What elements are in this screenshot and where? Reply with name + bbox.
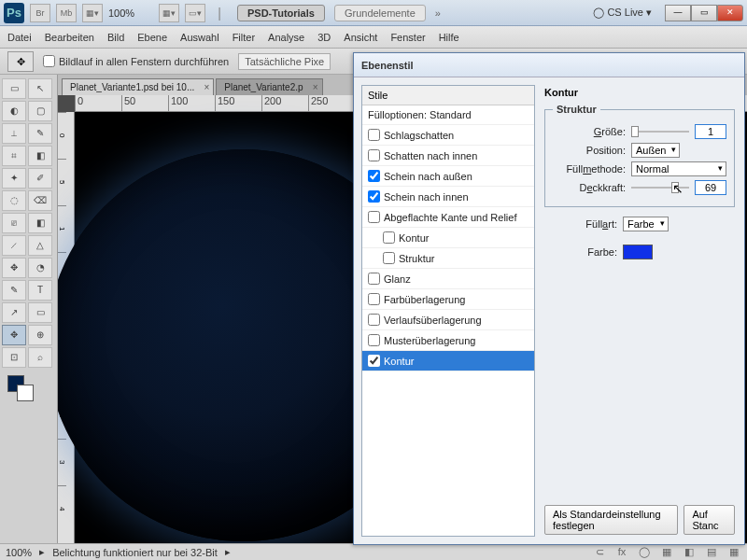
panel-icon[interactable]: ◯ bbox=[637, 546, 652, 558]
menu-analyse[interactable]: Analyse bbox=[268, 32, 304, 43]
style-checkbox[interactable] bbox=[368, 149, 380, 161]
layout-icon[interactable]: ▦▾ bbox=[82, 4, 103, 22]
status-arrow-icon[interactable]: ▸ bbox=[225, 546, 231, 558]
position-dropdown[interactable]: Außen bbox=[631, 143, 680, 158]
document-tab[interactable]: Planet_Variante2.p× bbox=[216, 78, 322, 95]
menu-3d[interactable]: 3D bbox=[317, 32, 331, 43]
workspace-psdtutorials[interactable]: PSD-Tutorials bbox=[237, 5, 325, 21]
workspace-grundelemente[interactable]: Grundelemente bbox=[334, 5, 426, 21]
tool-22[interactable]: ✥ bbox=[2, 325, 26, 345]
tool-3[interactable]: ▢ bbox=[28, 101, 52, 121]
panel-icon[interactable]: ▦ bbox=[726, 546, 741, 558]
scroll-all-windows-checkbox[interactable]: Bildlauf in allen Fenstern durchführen bbox=[43, 55, 229, 67]
tool-13[interactable]: ◧ bbox=[28, 213, 52, 233]
size-slider[interactable] bbox=[631, 124, 689, 139]
style-item[interactable]: Verlaufsüberlagerung bbox=[362, 310, 534, 330]
style-checkbox[interactable] bbox=[368, 273, 380, 285]
tool-7[interactable]: ◧ bbox=[28, 146, 52, 166]
fill-type-dropdown[interactable]: Farbe bbox=[623, 217, 669, 231]
panel-icon[interactable]: ◧ bbox=[682, 546, 697, 558]
document-tab[interactable]: Planet_Variante1.psd bei 10...× bbox=[62, 78, 214, 95]
minibridge-icon[interactable]: Mb bbox=[56, 4, 77, 22]
tool-14[interactable]: ⟋ bbox=[2, 235, 26, 256]
tool-16[interactable]: ✥ bbox=[2, 258, 26, 278]
style-list-header[interactable]: Stile bbox=[362, 86, 534, 105]
tool-1[interactable]: ↖ bbox=[28, 78, 52, 99]
menu-bearbeiten[interactable]: Bearbeiten bbox=[45, 32, 94, 43]
tool-25[interactable]: ⌕ bbox=[28, 347, 52, 368]
style-item[interactable]: Kontur bbox=[362, 228, 534, 248]
window-maximize[interactable]: ▭ bbox=[691, 5, 717, 21]
menu-bild[interactable]: Bild bbox=[107, 32, 124, 43]
menu-filter[interactable]: Filter bbox=[233, 32, 255, 43]
tool-10[interactable]: ◌ bbox=[2, 190, 26, 211]
opacity-value[interactable]: 69 bbox=[695, 180, 726, 195]
style-checkbox[interactable] bbox=[368, 170, 380, 182]
style-checkbox[interactable] bbox=[383, 252, 395, 264]
tool-15[interactable]: △ bbox=[28, 235, 52, 256]
window-close[interactable]: ✕ bbox=[717, 5, 743, 21]
tool-21[interactable]: ▭ bbox=[28, 302, 52, 323]
panel-icon[interactable]: ⊂ bbox=[592, 546, 607, 558]
blending-options-item[interactable]: Fülloptionen: Standard bbox=[362, 105, 534, 125]
screen-mode-icon[interactable]: ▭▾ bbox=[185, 4, 205, 22]
tool-20[interactable]: ↗ bbox=[2, 302, 26, 323]
style-checkbox[interactable] bbox=[383, 231, 395, 244]
bridge-icon[interactable]: Br bbox=[30, 4, 50, 22]
panel-icon[interactable]: fx bbox=[614, 546, 629, 558]
set-default-button[interactable]: Als Standardeinstellung festlegen bbox=[544, 505, 678, 535]
tool-18[interactable]: ✎ bbox=[2, 280, 26, 301]
tool-0[interactable]: ▭ bbox=[2, 78, 26, 99]
style-item[interactable]: Musterüberlagerung bbox=[362, 330, 534, 351]
tool-12[interactable]: ⎚ bbox=[2, 213, 26, 233]
fill-method-dropdown[interactable]: Normal bbox=[631, 161, 726, 176]
background-color[interactable] bbox=[17, 385, 34, 401]
opacity-slider[interactable]: ↖ bbox=[631, 180, 689, 195]
tool-11[interactable]: ⌫ bbox=[28, 190, 52, 211]
style-item[interactable]: Struktur bbox=[362, 248, 534, 269]
style-checkbox[interactable] bbox=[368, 129, 380, 141]
cslive-menu[interactable]: ◯ CS Live ▾ bbox=[593, 7, 652, 19]
style-item[interactable]: Schlagschatten bbox=[362, 125, 534, 146]
style-item[interactable]: Abgeflachte Kante und Relief bbox=[362, 207, 534, 228]
menu-fenster[interactable]: Fenster bbox=[390, 32, 425, 43]
status-arrow-icon[interactable]: ▸ bbox=[39, 546, 45, 558]
actual-pixels-button[interactable]: Tatsächliche Pixe bbox=[238, 53, 331, 70]
menu-ansicht[interactable]: Ansicht bbox=[344, 32, 377, 43]
tool-19[interactable]: T bbox=[28, 280, 52, 301]
style-item[interactable]: Farbüberlagerung bbox=[362, 289, 534, 310]
style-checkbox[interactable] bbox=[368, 211, 380, 223]
status-zoom[interactable]: 100% bbox=[6, 547, 32, 558]
menu-auswahl[interactable]: Auswahl bbox=[180, 32, 219, 43]
panel-icon[interactable]: ▦ bbox=[659, 546, 674, 558]
zoom-level[interactable]: 100% bbox=[108, 7, 153, 19]
style-item[interactable]: Kontur bbox=[362, 351, 534, 371]
close-tab-icon[interactable]: × bbox=[204, 82, 209, 92]
hand-tool-icon[interactable]: ✥ bbox=[7, 51, 34, 72]
style-checkbox[interactable] bbox=[368, 293, 380, 305]
style-item[interactable]: Schein nach außen bbox=[362, 166, 534, 187]
window-minimize[interactable]: — bbox=[665, 5, 691, 21]
tool-24[interactable]: ⊡ bbox=[2, 347, 26, 368]
menu-hilfe[interactable]: Hilfe bbox=[439, 32, 459, 43]
tool-6[interactable]: ⌗ bbox=[2, 146, 26, 166]
menu-ebene[interactable]: Ebene bbox=[137, 32, 167, 43]
tool-4[interactable]: ⟂ bbox=[2, 123, 26, 144]
tool-9[interactable]: ✐ bbox=[28, 168, 52, 189]
workspace-more[interactable]: » bbox=[435, 7, 441, 19]
style-checkbox[interactable] bbox=[368, 190, 380, 203]
style-item[interactable]: Glanz bbox=[362, 269, 534, 289]
close-tab-icon[interactable]: × bbox=[313, 82, 318, 92]
tool-2[interactable]: ◐ bbox=[2, 101, 26, 121]
menu-datei[interactable]: Datei bbox=[7, 32, 32, 43]
tool-8[interactable]: ✦ bbox=[2, 168, 26, 189]
style-checkbox[interactable] bbox=[368, 355, 380, 367]
tool-17[interactable]: ◔ bbox=[28, 258, 52, 278]
view-extras-icon[interactable]: ▦▾ bbox=[159, 4, 179, 22]
tool-5[interactable]: ✎ bbox=[28, 123, 52, 144]
color-swatch[interactable] bbox=[623, 245, 653, 259]
style-checkbox[interactable] bbox=[368, 334, 380, 346]
style-checkbox[interactable] bbox=[368, 314, 380, 326]
style-item[interactable]: Schatten nach innen bbox=[362, 146, 534, 166]
tool-23[interactable]: ⊕ bbox=[28, 325, 52, 345]
